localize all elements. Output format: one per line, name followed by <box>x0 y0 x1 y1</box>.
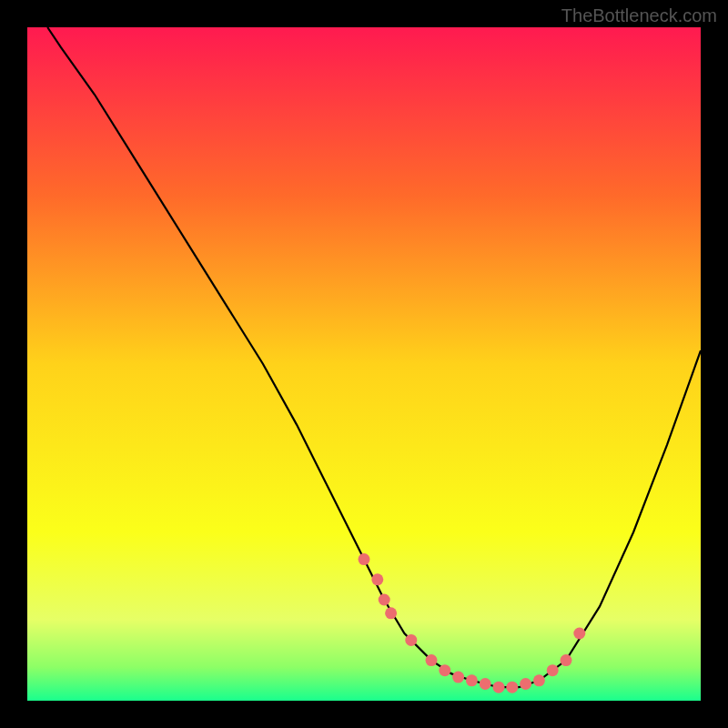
data-point <box>385 607 397 619</box>
plot-area <box>27 27 701 701</box>
data-point <box>379 594 390 606</box>
data-point <box>573 628 585 640</box>
data-point <box>426 654 438 666</box>
data-point <box>506 682 518 693</box>
chart-container: TheBottleneck.com <box>0 0 728 728</box>
data-point <box>359 553 370 565</box>
data-point <box>466 674 478 686</box>
data-point <box>520 678 531 690</box>
data-point <box>561 654 572 666</box>
data-point <box>452 672 464 683</box>
chart-svg <box>27 27 701 701</box>
data-point <box>493 682 505 693</box>
gradient-background <box>27 27 701 701</box>
data-point <box>480 678 491 690</box>
data-point <box>547 664 559 676</box>
watermark-text: TheBottleneck.com <box>561 5 717 26</box>
data-point <box>533 674 545 686</box>
data-point <box>439 664 450 676</box>
data-point <box>405 634 417 646</box>
data-point <box>371 573 383 585</box>
